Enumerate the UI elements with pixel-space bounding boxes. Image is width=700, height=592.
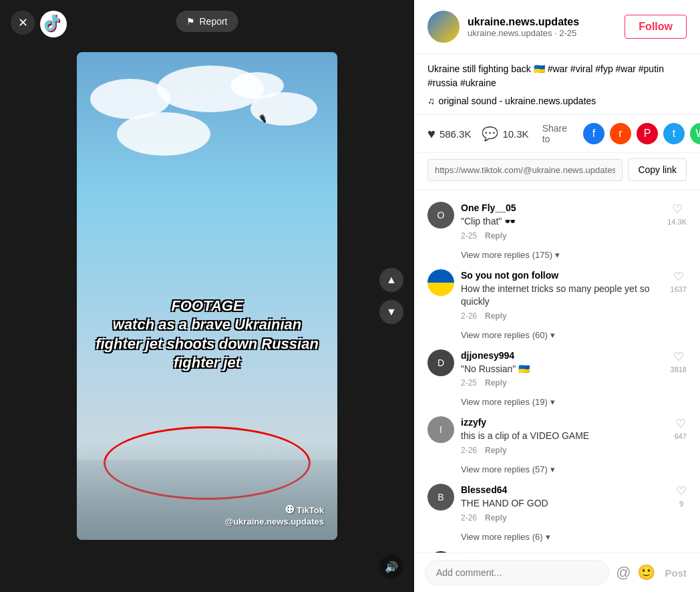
video-container[interactable]: FOOTAGE watch as a brave Ukrainian fight… [77, 52, 337, 540]
video-sky: FOOTAGE watch as a brave Ukrainian fight… [77, 52, 337, 540]
share-twitter-button[interactable]: t [663, 123, 685, 144]
sound-text: original sound - ukraine.news.updates [439, 96, 596, 106]
comment-avatar: I [427, 416, 454, 443]
volume-button[interactable]: 🔊 [379, 555, 403, 579]
comment-like-button[interactable]: ♡ 9 [676, 484, 687, 508]
comment-avatar [427, 269, 454, 296]
view-more-replies-button[interactable]: View more replies (6) ▾ [414, 529, 700, 545]
comment-date: 2-25 [461, 231, 477, 241]
chevron-down-icon: ▾ [555, 250, 560, 260]
comment-input-section: @ 🙂 Post [414, 553, 700, 592]
sound-info[interactable]: ♫ original sound - ukraine.news.updates [427, 96, 687, 106]
chevron-down-icon: ▾ [550, 397, 555, 407]
share-icons: f r P t W V </> [583, 123, 700, 144]
comment-reply-button[interactable]: Reply [485, 311, 507, 321]
comment-username[interactable]: Blessed64 [461, 484, 507, 495]
heart-icon: ♡ [672, 202, 683, 216]
comment-input[interactable] [425, 560, 609, 585]
view-more-replies-button[interactable]: View more replies (60) ▾ [414, 327, 700, 343]
cloud [117, 112, 210, 156]
music-icon: ♫ [427, 96, 435, 106]
video-bottom-gradient [77, 460, 337, 540]
video-text-overlay: FOOTAGE watch as a brave Ukrainian fight… [90, 297, 325, 373]
post-comment-button[interactable]: Post [662, 567, 689, 579]
stats-section: ♥ 586.3K 💬 10.3K Share to f r P t W V </… [414, 115, 700, 153]
heart-icon: ♡ [675, 416, 686, 431]
comment-like-count: 3818 [671, 365, 687, 374]
comment-meta: 2-26 Reply [461, 513, 669, 523]
cloud [230, 72, 284, 99]
comment-like-button[interactable]: ♡ 1637 [671, 269, 687, 293]
comment-meta: 2-26 Reply [461, 311, 664, 321]
report-button[interactable]: ⚑ Report [176, 11, 238, 32]
author-name: ukraine.news.updates [468, 16, 617, 28]
comment-avatar: O [427, 202, 454, 229]
comment-body: djjonesy994 "No Russian" 🇺🇦 2-25 Reply [461, 349, 664, 388]
comment-username[interactable]: djjonesy994 [461, 350, 514, 361]
video-panel: ✕ ⚑ Report [0, 0, 414, 592]
author-handle: ukraine.news.updates · 2-25 [468, 28, 617, 38]
comment: So you not gon follow How the internet t… [414, 263, 700, 327]
view-more-replies-button[interactable]: View more replies (19) ▾ [414, 394, 700, 410]
author-avatar [427, 11, 460, 43]
author-info: ukraine.news.updates ukraine.news.update… [468, 16, 617, 38]
comment-like-count: 1637 [671, 285, 687, 293]
view-more-replies-button[interactable]: View more replies (175) ▾ [414, 247, 700, 263]
view-more-replies-button[interactable]: View more replies (57) ▾ [414, 462, 700, 477]
comment-text: this is a clip of a VIDEO GAME [461, 430, 668, 443]
comment-like-count: 647 [675, 432, 687, 440]
nav-arrows: ▲ ▼ [379, 268, 403, 324]
volume-icon: 🔊 [385, 561, 398, 573]
close-icon: ✕ [18, 15, 28, 30]
share-facebook-button[interactable]: f [583, 123, 604, 144]
heart-icon: ♡ [673, 349, 684, 364]
scroll-up-button[interactable]: ▲ [379, 268, 403, 292]
follow-button[interactable]: Follow [625, 15, 687, 39]
comment: B Blessed64 THE HAND OF GOD 2-26 Reply ♡… [414, 477, 700, 529]
tiktok-watermark: ⊕ TikTok @ukraine.news.updates [225, 502, 325, 527]
comment-like-button[interactable]: ♡ 647 [675, 416, 687, 440]
comments-count: 10.3K [502, 128, 528, 140]
likes-count: 586.3K [440, 128, 472, 140]
share-reddit-button[interactable]: r [610, 123, 631, 144]
heart-icon: ♥ [427, 126, 435, 142]
comment-avatar: D [427, 349, 454, 376]
comment-reply-button[interactable]: Reply [485, 378, 507, 388]
comments-section[interactable]: O One Fly__05 "Clip that" 🕶️ 2-25 Reply … [414, 190, 700, 553]
comments-stat[interactable]: 💬 10.3K [482, 126, 528, 142]
comment-username[interactable]: So you not gon follow [461, 270, 558, 281]
comment-body: One Fly__05 "Clip that" 🕶️ 2-25 Reply [461, 202, 661, 241]
comment-reply-button[interactable]: Reply [485, 513, 507, 523]
mention-icon[interactable]: @ [616, 564, 631, 581]
comment-username[interactable]: One Fly__05 [461, 202, 516, 213]
share-whatsapp-button[interactable]: W [690, 123, 700, 144]
link-section: Copy link [414, 153, 700, 190]
comment-body: izzyfy this is a clip of a VIDEO GAME 2-… [461, 416, 668, 455]
copy-link-button[interactable]: Copy link [628, 158, 687, 181]
comment-meta: 2-26 Reply [461, 446, 668, 455]
heart-icon: ♡ [676, 484, 687, 498]
comment-text: "No Russian" 🇺🇦 [461, 363, 664, 376]
comment: � 💯💯 As it is cool this is actually a vi… [414, 545, 700, 553]
description-text: Ukraine still fighting back 🇺🇦 #war #vir… [427, 62, 687, 90]
close-button[interactable]: ✕ [11, 11, 35, 35]
comment-username[interactable]: izzyfy [461, 417, 486, 428]
chevron-down-icon: ▾ [550, 330, 555, 340]
emoji-icon[interactable]: 🙂 [637, 564, 655, 581]
comment-reply-button[interactable]: Reply [485, 231, 507, 241]
tiktok-brand-icon: ⊕ [285, 502, 295, 516]
link-input[interactable] [427, 159, 623, 181]
description-section: Ukraine still fighting back 🇺🇦 #war #vir… [414, 54, 700, 115]
comment-body: So you not gon follow How the internet t… [461, 269, 664, 321]
comment-like-button[interactable]: ♡ 3818 [671, 349, 687, 374]
chevron-down-icon: ▾ [546, 532, 550, 542]
share-pinterest-button[interactable]: P [637, 123, 658, 144]
comment-body: Blessed64 THE HAND OF GOD 2-26 Reply [461, 484, 669, 523]
likes-stat[interactable]: ♥ 586.3K [427, 126, 471, 142]
tiktok-icon [44, 15, 63, 33]
chevron-down-icon: ▾ [550, 464, 555, 474]
comment: D djjonesy994 "No Russian" 🇺🇦 2-25 Reply… [414, 343, 700, 395]
comment-reply-button[interactable]: Reply [485, 446, 507, 455]
scroll-down-button[interactable]: ▼ [379, 300, 403, 324]
comment-like-button[interactable]: ♡ 14.3K [667, 202, 687, 226]
